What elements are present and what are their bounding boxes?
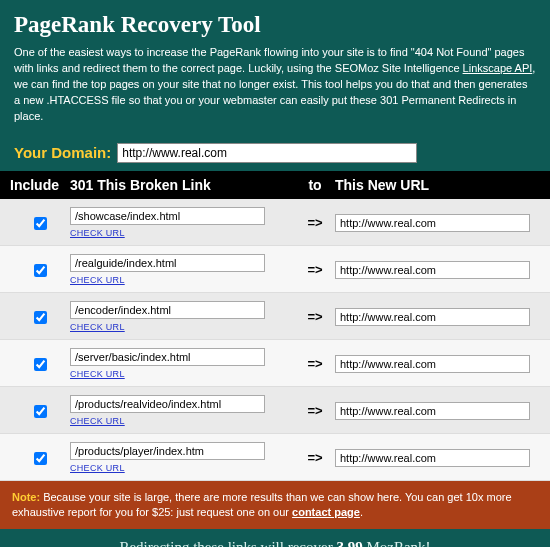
- broken-link-input[interactable]: [70, 207, 265, 225]
- check-url-link[interactable]: CHECK URL: [70, 369, 125, 379]
- col-newurl: This New URL: [335, 177, 540, 193]
- broken-link-input[interactable]: [70, 254, 265, 272]
- table-row: CHECK URL=>: [0, 434, 550, 481]
- new-url-input[interactable]: [335, 308, 530, 326]
- table-row: CHECK URL=>: [0, 199, 550, 246]
- page-title: PageRank Recovery Tool: [14, 12, 536, 38]
- arrow-icon: =>: [295, 215, 335, 230]
- domain-input[interactable]: [117, 143, 417, 163]
- new-url-input[interactable]: [335, 355, 530, 373]
- broken-link-input[interactable]: [70, 395, 265, 413]
- check-url-link[interactable]: CHECK URL: [70, 228, 125, 238]
- linkscape-link[interactable]: Linkscape API: [463, 62, 533, 74]
- include-checkbox[interactable]: [34, 405, 47, 418]
- new-url-input[interactable]: [335, 261, 530, 279]
- header: PageRank Recovery Tool One of the easies…: [0, 0, 550, 139]
- broken-link-input[interactable]: [70, 442, 265, 460]
- new-url-input[interactable]: [335, 402, 530, 420]
- check-url-link[interactable]: CHECK URL: [70, 463, 125, 473]
- contact-page-link[interactable]: contact page: [292, 506, 360, 518]
- table-row: CHECK URL=>: [0, 293, 550, 340]
- arrow-icon: =>: [295, 450, 335, 465]
- note-label: Note:: [12, 491, 40, 503]
- include-checkbox[interactable]: [34, 358, 47, 371]
- page-description: One of the easiest ways to increase the …: [14, 45, 536, 125]
- include-checkbox[interactable]: [34, 217, 47, 230]
- include-checkbox[interactable]: [34, 452, 47, 465]
- check-url-link[interactable]: CHECK URL: [70, 322, 125, 332]
- check-url-link[interactable]: CHECK URL: [70, 416, 125, 426]
- footer: Redirecting these links will recover 3.9…: [0, 529, 550, 547]
- table-row: CHECK URL=>: [0, 340, 550, 387]
- rows-container: CHECK URL=>CHECK URL=>CHECK URL=>CHECK U…: [0, 199, 550, 481]
- arrow-icon: =>: [295, 403, 335, 418]
- column-headers: Include 301 This Broken Link to This New…: [0, 171, 550, 199]
- include-checkbox[interactable]: [34, 311, 47, 324]
- broken-link-input[interactable]: [70, 348, 265, 366]
- table-row: CHECK URL=>: [0, 387, 550, 434]
- include-checkbox[interactable]: [34, 264, 47, 277]
- col-broken: 301 This Broken Link: [70, 177, 295, 193]
- arrow-icon: =>: [295, 262, 335, 277]
- table-row: CHECK URL=>: [0, 246, 550, 293]
- new-url-input[interactable]: [335, 449, 530, 467]
- arrow-icon: =>: [295, 309, 335, 324]
- new-url-input[interactable]: [335, 214, 530, 232]
- arrow-icon: =>: [295, 356, 335, 371]
- broken-link-input[interactable]: [70, 301, 265, 319]
- col-to: to: [295, 177, 335, 193]
- check-url-link[interactable]: CHECK URL: [70, 275, 125, 285]
- note-banner: Note: Because your site is large, there …: [0, 481, 550, 530]
- domain-label: Your Domain:: [14, 144, 111, 161]
- mozrank-score: 3.99: [336, 539, 362, 547]
- domain-row: Your Domain:: [0, 139, 550, 171]
- col-include: Include: [10, 177, 70, 193]
